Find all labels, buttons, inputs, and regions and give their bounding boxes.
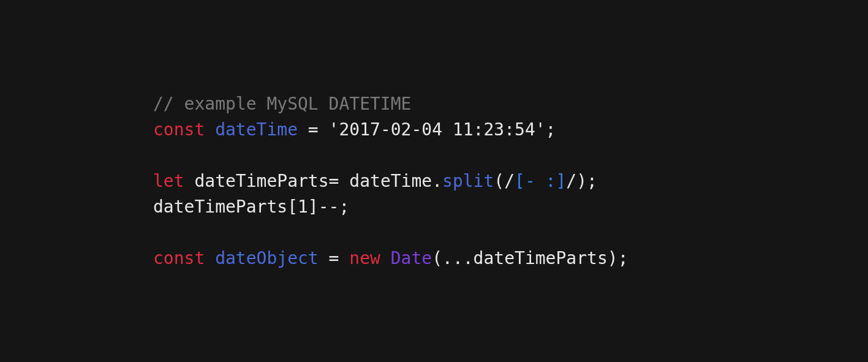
code-text: = xyxy=(298,119,329,140)
code-text: (...dateTimeParts) xyxy=(432,248,617,268)
code-text xyxy=(380,248,391,268)
string-literal: '2017-02-04 11:23:54' xyxy=(329,119,546,140)
method-call: split xyxy=(442,171,494,191)
identifier: dateTime xyxy=(215,119,298,140)
code-text: = dateTime. xyxy=(329,171,442,191)
regex-delimiter: / xyxy=(504,171,515,191)
code-text xyxy=(184,171,195,191)
keyword-const: const xyxy=(153,119,205,140)
code-text: ( xyxy=(494,171,504,191)
code-text xyxy=(205,248,215,268)
identifier: dateObject xyxy=(215,248,319,268)
code-comment: // example MySQL DATETIME xyxy=(153,94,411,114)
regex-char-class: [- :] xyxy=(515,171,566,191)
code-text: ; xyxy=(587,171,597,191)
code-block: // example MySQL DATETIME const dateTime… xyxy=(153,91,628,271)
code-text: ) xyxy=(576,171,587,191)
code-text xyxy=(205,119,215,140)
keyword-const: const xyxy=(153,248,205,268)
code-text: ; xyxy=(546,119,556,140)
code-text: dateTimeParts[1]--; xyxy=(153,197,349,217)
code-text: ; xyxy=(618,248,628,268)
identifier: dateTimeParts xyxy=(194,171,328,191)
keyword-let: let xyxy=(153,171,184,191)
keyword-new: new xyxy=(349,248,380,268)
regex-delimiter: / xyxy=(566,171,576,191)
code-text: = xyxy=(319,248,350,268)
class-name: Date xyxy=(391,248,432,268)
